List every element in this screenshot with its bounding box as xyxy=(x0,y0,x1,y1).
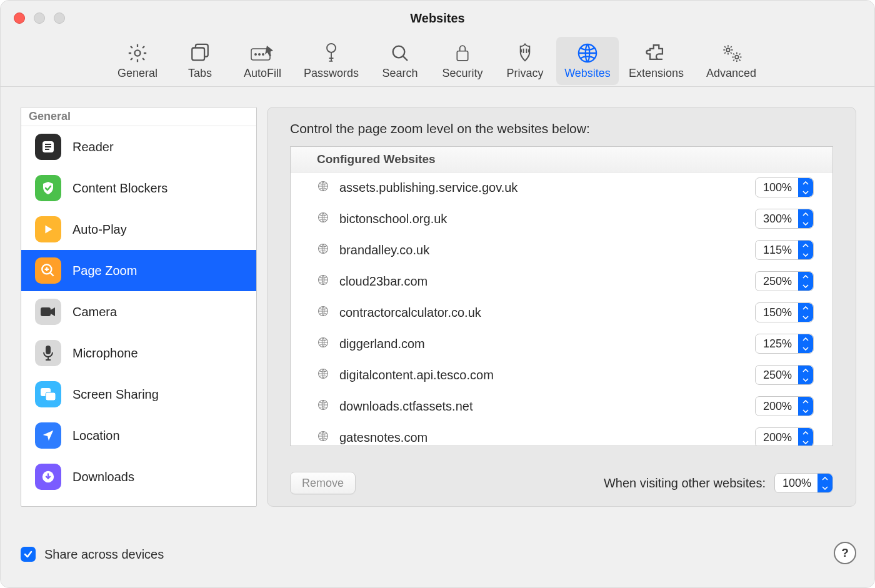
zoom-select[interactable]: 125% xyxy=(755,334,814,354)
website-url: contractorcalculator.co.uk xyxy=(339,306,755,320)
toolbar-tab-passwords[interactable]: Passwords xyxy=(294,37,369,85)
website-url: cloud23bar.com xyxy=(339,274,755,289)
window-title: Websites xyxy=(0,11,875,26)
svg-point-11 xyxy=(735,56,739,59)
globe-icon xyxy=(317,211,331,227)
toolbar-tab-label: Privacy xyxy=(494,67,556,80)
reader-icon xyxy=(35,134,61,160)
zoom-value: 200% xyxy=(756,400,798,413)
share-across-devices-label: Share across devices xyxy=(44,547,164,562)
website-row[interactable]: diggerland.com125% xyxy=(291,328,832,359)
sidebar-item-screen-sharing[interactable]: Screen Sharing xyxy=(21,374,256,415)
sidebar-header: General xyxy=(21,107,256,126)
globe-icon xyxy=(317,274,331,289)
location-icon xyxy=(35,422,61,449)
stepper-icon xyxy=(798,428,813,446)
website-row[interactable]: contractorcalculator.co.uk150% xyxy=(291,297,832,328)
sidebar-item-label: Page Zoom xyxy=(72,264,137,278)
svg-point-6 xyxy=(327,44,336,52)
sidebar-item-label: Screen Sharing xyxy=(72,387,159,402)
toolbar-tab-websites[interactable]: Websites xyxy=(556,37,619,85)
website-row[interactable]: digitalcontent.api.tesco.com250% xyxy=(291,359,832,391)
svg-rect-18 xyxy=(46,346,51,354)
sidebar-item-label: Location xyxy=(72,429,120,443)
svg-point-0 xyxy=(134,50,140,56)
privacy-icon xyxy=(494,41,556,66)
zoom-select[interactable]: 300% xyxy=(755,209,814,229)
website-row[interactable]: downloads.ctfassets.net200% xyxy=(291,391,832,422)
website-row[interactable]: gatesnotes.com200% xyxy=(291,422,832,446)
toolbar-tab-search[interactable]: Search xyxy=(369,37,431,85)
sidebar-item-label: Content Blockers xyxy=(72,181,168,196)
globe-icon xyxy=(317,305,331,321)
svg-rect-20 xyxy=(46,392,56,401)
toolbar-tab-advanced[interactable]: Advanced xyxy=(694,37,769,85)
toolbar-tab-general[interactable]: General xyxy=(106,37,169,85)
other-websites-zoom-select[interactable]: 100% xyxy=(774,473,833,493)
microphone-icon xyxy=(35,340,61,366)
toolbar-tab-label: Tabs xyxy=(169,67,231,80)
sidebar-item-downloads[interactable]: Downloads xyxy=(21,456,256,497)
toolbar-tab-privacy[interactable]: Privacy xyxy=(494,37,556,85)
other-websites-zoom-value: 100% xyxy=(775,477,818,490)
zoom-select[interactable]: 250% xyxy=(755,271,814,291)
zoom-value: 150% xyxy=(756,306,798,319)
websites-table: Configured Websites assets.publishing.se… xyxy=(290,146,833,446)
toolbar-tab-label: AutoFill xyxy=(231,67,294,80)
website-row[interactable]: assets.publishing.service.gov.uk100% xyxy=(291,172,832,203)
remove-button[interactable]: Remove xyxy=(290,472,356,494)
help-button[interactable]: ? xyxy=(834,542,856,564)
sidebar: General ReaderContent BlockersAuto-PlayP… xyxy=(21,107,257,507)
other-websites-label: When visiting other websites: xyxy=(604,476,766,491)
sidebar-item-camera[interactable]: Camera xyxy=(21,291,256,332)
zoom-select[interactable]: 200% xyxy=(755,396,814,416)
sidebar-item-label: Downloads xyxy=(72,470,134,484)
globe-icon xyxy=(317,180,331,196)
zoom-select[interactable]: 200% xyxy=(755,427,814,446)
globe-icon xyxy=(317,430,331,446)
zoom-value: 250% xyxy=(756,369,798,382)
zoom-select[interactable]: 250% xyxy=(755,365,814,385)
website-row[interactable]: bictonschool.org.uk300% xyxy=(291,203,832,234)
zoom-select[interactable]: 150% xyxy=(755,302,814,322)
sidebar-item-reader[interactable]: Reader xyxy=(21,126,256,167)
svg-point-10 xyxy=(726,48,730,52)
stepper-icon xyxy=(818,474,832,492)
toolbar-tab-label: General xyxy=(106,67,169,80)
globe-icon xyxy=(317,367,331,383)
toolbar-tab-security[interactable]: Security xyxy=(431,37,494,85)
globe-icon xyxy=(317,336,331,352)
general-icon xyxy=(106,41,169,66)
sidebar-item-label: Auto-Play xyxy=(72,222,127,237)
stepper-icon xyxy=(798,303,813,322)
screen-sharing-icon xyxy=(35,381,61,407)
pane-footer: Remove When visiting other websites: 100… xyxy=(290,470,833,496)
toolbar-tab-autofill[interactable]: AutoFill xyxy=(231,37,294,85)
stepper-icon xyxy=(798,209,813,228)
toolbar-tab-extensions[interactable]: Extensions xyxy=(619,37,694,85)
table-header: Configured Websites xyxy=(291,147,832,172)
stepper-icon xyxy=(798,178,813,197)
toolbar-tab-label: Extensions xyxy=(619,67,694,80)
search-icon xyxy=(369,41,431,66)
svg-rect-15 xyxy=(45,149,49,150)
sidebar-item-content-blockers[interactable]: Content Blockers xyxy=(21,167,256,209)
sidebar-item-location[interactable]: Location xyxy=(21,415,256,456)
website-row[interactable]: brandalley.co.uk115% xyxy=(291,234,832,266)
stepper-icon xyxy=(798,397,813,416)
toolbar-tab-label: Passwords xyxy=(294,67,369,80)
sidebar-item-microphone[interactable]: Microphone xyxy=(21,332,256,374)
toolbar-tab-label: Security xyxy=(431,67,494,80)
share-across-devices-checkbox[interactable] xyxy=(21,547,36,562)
toolbar-tab-label: Search xyxy=(369,67,431,80)
zoom-select[interactable]: 115% xyxy=(755,240,814,260)
toolbar-tab-tabs[interactable]: Tabs xyxy=(169,37,231,85)
toolbar-tab-label: Advanced xyxy=(694,67,769,80)
svg-point-4 xyxy=(259,54,260,55)
zoom-select[interactable]: 100% xyxy=(755,177,814,197)
website-row[interactable]: cloud23bar.com250% xyxy=(291,266,832,297)
sidebar-item-page-zoom[interactable]: Page Zoom xyxy=(21,250,256,291)
sidebar-item-auto-play[interactable]: Auto-Play xyxy=(21,209,256,250)
website-url: digitalcontent.api.tesco.com xyxy=(339,368,755,382)
sidebar-item-label: Reader xyxy=(72,140,114,154)
